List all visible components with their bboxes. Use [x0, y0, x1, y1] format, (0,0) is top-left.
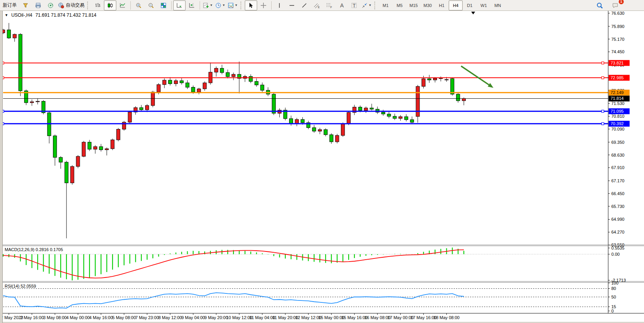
chart-canvas[interactable]: 76.63075.89075.17074.45073.71072.99072.2…: [0, 11, 644, 323]
svg-text:64.990: 64.990: [611, 217, 625, 222]
svg-text:75.890: 75.890: [611, 24, 625, 29]
chart-symbol-period: USOil-,H4: [11, 12, 32, 18]
svg-text:71.814: 71.814: [611, 96, 624, 101]
timeframe-button-w1[interactable]: W1: [477, 0, 491, 10]
svg-text:11 May 20:00: 11 May 20:00: [272, 315, 298, 320]
timeframe-button-d1[interactable]: D1: [463, 0, 477, 10]
svg-text:7 May 23:00: 7 May 23:00: [135, 315, 159, 320]
timeframe-button-h1[interactable]: H1: [435, 0, 449, 10]
timeframe-button-m30[interactable]: M30: [421, 0, 435, 10]
search-icon[interactable]: [593, 0, 606, 10]
zoom-out-icon[interactable]: [145, 0, 157, 10]
svg-text:5 May 08:00: 5 May 08:00: [112, 315, 136, 320]
svg-text:9 May 20:00: 9 May 20:00: [204, 315, 228, 320]
indicators-icon[interactable]: ▼: [202, 0, 214, 10]
chart-menu-icon[interactable]: ▼: [5, 13, 8, 17]
svg-text:4 May 16:00: 4 May 16:00: [89, 315, 113, 320]
price-badge-70.392: 70.392: [609, 121, 630, 127]
chart-shift-icon[interactable]: [186, 0, 198, 10]
svg-text:17 May 16:00: 17 May 16:00: [411, 315, 437, 320]
timeframe-button-m15[interactable]: M15: [407, 0, 421, 10]
dropdown-caret-icon: ▼: [235, 3, 238, 7]
svg-text:8 May 12:00: 8 May 12:00: [158, 315, 182, 320]
toolbar: 新订单 自动交易: [0, 0, 644, 11]
arrows-icon[interactable]: ▼: [360, 0, 373, 10]
svg-text:67.170: 67.170: [611, 178, 625, 183]
current-price-badge: 71.814: [609, 96, 630, 101]
chart-ohlc-values: 71.691 71.874 71.432 71.814: [35, 12, 97, 18]
svg-text:67.910: 67.910: [611, 165, 625, 170]
timeframe-bar: M1M5M15M30H1H4D1W1MN: [379, 0, 505, 10]
rsi-indicator-label: RSI(14) 52.0559: [5, 284, 36, 288]
chart-title: ▼ USOil-,H4 71.691 71.874 71.432 71.814: [5, 12, 97, 18]
toolbar-grip: [240, 2, 244, 9]
svg-text:74.450: 74.450: [611, 49, 625, 54]
dropdown-caret-icon: ▼: [369, 3, 372, 7]
print-icon[interactable]: [32, 0, 44, 10]
auto-scroll-icon[interactable]: [173, 0, 186, 10]
svg-text:0.5535: 0.5535: [611, 246, 625, 250]
svg-text:E: E: [318, 6, 320, 9]
line-chart-icon[interactable]: [116, 0, 129, 10]
new-order-button[interactable]: 新订单: [0, 0, 19, 10]
trendline-icon[interactable]: [298, 0, 311, 10]
svg-text:50: 50: [611, 295, 616, 299]
svg-text:76.630: 76.630: [611, 11, 625, 16]
svg-text:72.985: 72.985: [611, 75, 624, 80]
timeframe-button-h4[interactable]: H4: [449, 0, 463, 10]
funnel-icon[interactable]: [19, 0, 32, 10]
svg-text:65.730: 65.730: [611, 204, 625, 209]
svg-text:12 May 12:00: 12 May 12:00: [295, 315, 321, 320]
dropdown-caret-icon: ▼: [222, 3, 225, 7]
svg-text:T: T: [353, 3, 356, 8]
autotrade-label: 自动交易: [66, 2, 84, 9]
macd-indicator-label: MACD(12,26,9) 0.2816 0.1705: [5, 247, 63, 252]
svg-text:9 May 04:00: 9 May 04:00: [181, 315, 205, 320]
horizontal-line-icon[interactable]: [286, 0, 298, 10]
vertical-line-icon[interactable]: [273, 0, 286, 10]
svg-text:72.149: 72.149: [611, 90, 624, 95]
crosshair-icon[interactable]: [257, 0, 270, 10]
svg-text:F: F: [330, 6, 332, 9]
notifications-icon[interactable]: 1: [609, 0, 621, 10]
cursor-icon[interactable]: [245, 0, 257, 10]
svg-text:75.170: 75.170: [611, 37, 625, 42]
svg-text:70.392: 70.392: [611, 121, 624, 126]
timeframe-button-mn[interactable]: MN: [491, 0, 505, 10]
price-badge-73.821: 73.821: [609, 60, 630, 66]
svg-text:70.810: 70.810: [611, 114, 625, 119]
svg-text:80: 80: [611, 286, 616, 291]
window-left-edge: [0, 11, 3, 323]
svg-text:15 May 00:00: 15 May 00:00: [318, 315, 344, 320]
svg-text:18 May 08:00: 18 May 08:00: [433, 315, 460, 320]
text-icon[interactable]: A: [335, 0, 348, 10]
candlestick-chart-icon[interactable]: [104, 0, 116, 10]
broadcast-icon[interactable]: [44, 0, 57, 10]
svg-text:10 May 12:00: 10 May 12:00: [226, 315, 252, 320]
periods-icon[interactable]: ▼: [214, 0, 226, 10]
svg-text:0.00: 0.00: [611, 252, 619, 257]
timeframe-button-m1[interactable]: M1: [379, 0, 393, 10]
svg-text:3 May 08:00: 3 May 08:00: [43, 315, 67, 320]
tile-windows-icon[interactable]: [157, 0, 170, 10]
autotrade-icon[interactable]: 自动交易: [57, 0, 86, 10]
svg-text:11 May 04:00: 11 May 04:00: [249, 315, 275, 320]
dropdown-caret-icon: ▼: [210, 3, 213, 7]
equidistant-channel-icon[interactable]: E: [311, 0, 323, 10]
price-badge-72.149: 72.149: [609, 90, 630, 96]
price-badge-72.985: 72.985: [609, 75, 630, 81]
svg-text:71.095: 71.095: [611, 109, 624, 113]
svg-text:100: 100: [611, 281, 618, 285]
timeframe-button-m5[interactable]: M5: [393, 0, 407, 10]
notification-count-badge: 1: [619, 0, 624, 4]
svg-text:15 May 16:00: 15 May 16:00: [341, 315, 367, 320]
fibonacci-icon[interactable]: F: [323, 0, 335, 10]
svg-text:17 May 00:00: 17 May 00:00: [388, 315, 414, 320]
toolbar-grip: [374, 2, 377, 9]
svg-text:2 May 16:00: 2 May 16:00: [20, 315, 44, 320]
svg-text:A: A: [340, 2, 344, 9]
templates-icon[interactable]: ▼: [226, 0, 239, 10]
bar-chart-icon[interactable]: [91, 0, 104, 10]
text-label-icon[interactable]: T: [348, 0, 360, 10]
zoom-in-icon[interactable]: [132, 0, 145, 10]
